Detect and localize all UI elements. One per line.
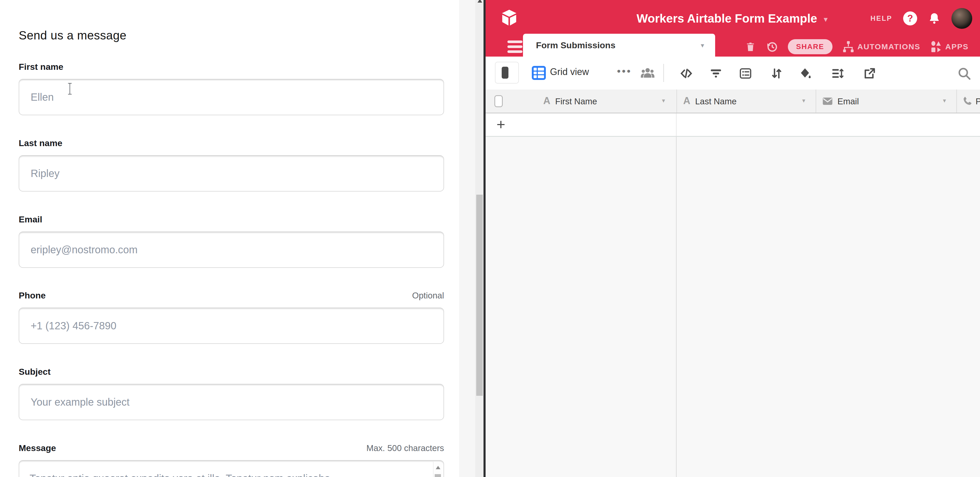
- contact-form-pane: Send us a message First name Last name E…: [0, 0, 475, 477]
- email-field-type-icon: [822, 96, 833, 107]
- subject-label: Subject: [19, 366, 444, 377]
- email-field[interactable]: [19, 231, 444, 268]
- sidebar-panel-icon: [502, 67, 508, 79]
- color-paint-icon[interactable]: [799, 67, 812, 80]
- sort-icon[interactable]: [770, 67, 783, 80]
- textarea-scrollbar[interactable]: [433, 462, 443, 477]
- column-name: First Name: [555, 97, 597, 106]
- pane-gutter: [459, 0, 475, 477]
- hide-fields-code-icon[interactable]: [680, 67, 693, 80]
- chevron-down-icon[interactable]: ▼: [700, 41, 705, 49]
- first-name-input[interactable]: [19, 79, 444, 115]
- toolbar-divider: [663, 64, 664, 82]
- text-field-type-icon: A: [543, 95, 550, 106]
- search-icon[interactable]: [957, 67, 971, 81]
- message-group: Message Max. 500 characters: [19, 442, 444, 454]
- phone-field-type-icon: [962, 96, 973, 107]
- add-record-plus-icon[interactable]: +: [496, 116, 505, 133]
- text-field-type-icon: A: [683, 95, 690, 106]
- first-name-group: First name: [19, 61, 444, 73]
- message-max-note: Max. 500 characters: [366, 443, 444, 453]
- grid-header-row: A First Name ▼ A Last Name ▼ Email ▼ Pho…: [485, 90, 980, 113]
- subject-input[interactable]: [19, 384, 444, 420]
- phone-group: Phone Optional: [19, 289, 444, 301]
- share-view-export-icon[interactable]: [863, 67, 876, 80]
- apps-button[interactable]: APPS: [930, 41, 969, 53]
- history-icon[interactable]: [765, 41, 778, 53]
- help-button[interactable]: HELP: [870, 14, 892, 22]
- scroll-up-icon[interactable]: [436, 466, 441, 469]
- airtable-topbar: Workers Airtable Form Example ▼ HELP ? F…: [485, 0, 980, 57]
- phone-label: Phone: [19, 289, 444, 301]
- column-divider: [676, 137, 677, 477]
- last-name-input[interactable]: [19, 155, 444, 192]
- user-avatar[interactable]: [951, 8, 972, 29]
- email-group: Email: [19, 213, 444, 225]
- first-name-label: First name: [19, 61, 444, 73]
- column-divider: [676, 113, 677, 136]
- chevron-down-icon[interactable]: ▼: [801, 98, 806, 104]
- automations-icon: [842, 41, 854, 53]
- automations-button[interactable]: AUTOMATIONS: [842, 41, 921, 53]
- add-record-row[interactable]: +: [485, 113, 980, 137]
- view-toolbar: Grid view •••: [485, 57, 980, 90]
- view-sidebar-toggle-button[interactable]: [495, 62, 519, 84]
- column-header-last-name[interactable]: A Last Name ▼: [677, 90, 816, 113]
- column-header-phone[interactable]: Phone: [957, 90, 980, 113]
- topbar-right-cluster: HELP ?: [870, 0, 972, 37]
- menu-hamburger-icon[interactable]: [508, 41, 522, 53]
- last-name-group: Last name: [19, 137, 444, 149]
- email-label: Email: [19, 213, 444, 225]
- trash-icon[interactable]: [745, 41, 756, 52]
- scroll-up-icon[interactable]: [477, 0, 482, 3]
- group-icon[interactable]: [739, 67, 752, 80]
- chevron-down-icon[interactable]: ▼: [661, 98, 666, 104]
- table-tabs-bar: Form Submissions ▼ SHARE: [485, 37, 980, 57]
- text-cursor-icon: [68, 83, 72, 95]
- grid-empty-area: [485, 137, 980, 477]
- row-height-icon[interactable]: [831, 67, 844, 80]
- apps-label: APPS: [945, 42, 969, 51]
- message-textarea[interactable]: [19, 460, 444, 477]
- view-options-dots-icon[interactable]: •••: [617, 65, 632, 77]
- column-header-email[interactable]: Email ▼: [816, 90, 957, 113]
- column-header-first-name[interactable]: A First Name ▼: [485, 90, 677, 113]
- last-name-label: Last name: [19, 137, 444, 149]
- automations-label: AUTOMATIONS: [858, 42, 921, 51]
- window-divider: [484, 0, 485, 477]
- help-circle-icon[interactable]: ?: [903, 11, 917, 25]
- tab-form-submissions[interactable]: Form Submissions ▼: [523, 34, 715, 57]
- chevron-down-icon[interactable]: ▼: [822, 14, 829, 24]
- select-all-checkbox[interactable]: [495, 95, 503, 107]
- base-title[interactable]: Workers Airtable Form Example: [636, 11, 817, 25]
- phone-field[interactable]: [19, 307, 444, 344]
- subject-group: Subject: [19, 366, 444, 377]
- active-tab-label: Form Submissions: [523, 40, 616, 50]
- apps-icon: [930, 41, 942, 53]
- column-name: Email: [837, 97, 859, 106]
- notifications-bell-icon[interactable]: [928, 12, 940, 25]
- column-name: Last Name: [695, 97, 737, 106]
- phone-optional-note: Optional: [412, 291, 444, 301]
- share-button[interactable]: SHARE: [788, 39, 832, 54]
- scrollbar-thumb[interactable]: [435, 474, 441, 477]
- airtable-window: Workers Airtable Form Example ▼ HELP ? F…: [485, 0, 980, 477]
- tabsbar-right-cluster: SHARE AUTOMATIONS: [745, 37, 969, 57]
- collaborators-icon[interactable]: [640, 66, 655, 81]
- chevron-down-icon[interactable]: ▼: [942, 98, 947, 104]
- grid-view-icon: [532, 66, 546, 80]
- column-name: Phone: [975, 97, 980, 106]
- page-scrollbar-thumb[interactable]: [476, 195, 483, 396]
- view-name-label[interactable]: Grid view: [550, 67, 589, 77]
- filter-icon[interactable]: [710, 67, 722, 80]
- form-title: Send us a message: [19, 28, 126, 42]
